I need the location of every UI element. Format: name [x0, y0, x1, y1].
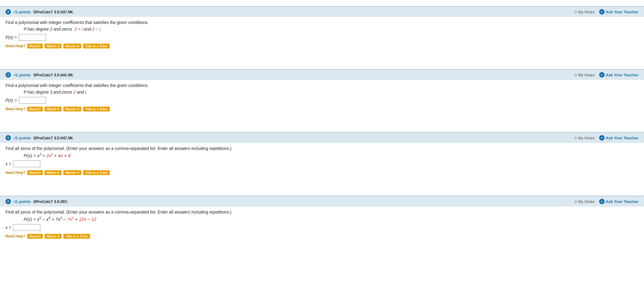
answer-row-1: P(x) =	[5, 34, 639, 41]
condition-2: P has degree 3 and zeros 2 and i.	[24, 90, 639, 95]
answer-row-4: x =	[5, 224, 639, 231]
read-it-btn-3[interactable]: Read It	[27, 170, 43, 175]
question-block-1: + -/1 points SPreCalc7 3.5.037.MI. ⊘ My …	[0, 6, 644, 54]
plus-icon-2[interactable]: +	[5, 72, 11, 78]
plus-icon-1[interactable]: +	[5, 9, 11, 15]
header-left-1: + -/1 points SPreCalc7 3.5.037.MI.	[5, 9, 74, 15]
points-text-2: -/1 points	[13, 73, 31, 77]
zero1a: 2 + i	[75, 27, 83, 32]
header-left-2: + -/1 points SPreCalc7 3.5.041.MI.	[5, 72, 74, 78]
header-right-3: ⊘ My Notes + Ask Your Teacher	[574, 135, 639, 141]
question-header-2: + -/1 points SPreCalc7 3.5.041.MI. ⊘ My …	[0, 70, 644, 80]
separator-1	[0, 54, 644, 63]
notes-icon-4: ⊘	[574, 199, 577, 204]
my-notes-label-3: My Notes	[578, 136, 595, 140]
ask-teacher-label-4: Ask Your Teacher	[606, 199, 639, 204]
need-help-label-3: Need Help?	[5, 171, 25, 175]
problem-id-2: SPreCalc7 3.5.041.MI.	[33, 73, 74, 77]
answer-label-2: P(x) =	[5, 98, 17, 103]
problem-id-1: SPreCalc7 3.5.037.MI.	[33, 10, 74, 14]
question-desc-3: Find all zeros of the polynomial. (Enter…	[5, 146, 639, 151]
need-help-row-1: Need Help? Read It Watch It Master It Ta…	[5, 44, 639, 48]
my-notes-label-4: My Notes	[578, 199, 595, 204]
question-block-3: + -/1 points SPreCalc7 3.5.047.MI. ⊘ My …	[0, 132, 644, 181]
math-display-4: P(x) = x5 − x4 + 7x3 − 7x2 + 12x − 12	[24, 216, 639, 222]
ask-icon-1: +	[599, 9, 605, 15]
math-eq-4: P(x) = x5 − x4 + 7x3 − 7x2 + 12x − 12	[24, 217, 96, 222]
ask-teacher-label-3: Ask Your Teacher	[606, 136, 639, 140]
need-help-label-4: Need Help?	[5, 234, 25, 238]
notes-icon-3: ⊘	[574, 136, 577, 140]
master-it-btn-1[interactable]: Master It	[63, 44, 81, 48]
watch-it-btn-4[interactable]: Watch It	[45, 234, 62, 239]
answer-input-2[interactable]	[19, 97, 46, 104]
math-eq-3: P(x) = x3 + 2x2 + 4x + 8	[24, 153, 71, 158]
ask-teacher-label-1: Ask Your Teacher	[606, 10, 639, 14]
problem-id-4: SPreCalc7 3.5.057.	[33, 199, 68, 204]
ask-teacher-btn-4[interactable]: + Ask Your Teacher	[599, 199, 639, 204]
watch-it-btn-1[interactable]: Watch It	[45, 44, 62, 48]
condition-1: P has degree 2 and zeros 2 + i and 2 − i…	[24, 27, 639, 32]
ask-icon-2: +	[599, 72, 605, 78]
plus-icon-4[interactable]: +	[5, 199, 11, 204]
ask-icon-3: +	[599, 135, 605, 141]
need-help-label-2: Need Help?	[5, 107, 25, 111]
master-it-btn-3[interactable]: Master It	[63, 170, 81, 175]
my-notes-btn-1[interactable]: ⊘ My Notes	[574, 10, 595, 14]
notes-icon-1: ⊘	[574, 10, 577, 14]
ask-icon-4: +	[599, 199, 605, 204]
question-block-2: + -/1 points SPreCalc7 3.5.041.MI. ⊘ My …	[0, 69, 644, 117]
talk-tutor-btn-3[interactable]: Talk to a Tutor	[83, 170, 110, 175]
master-it-btn-2[interactable]: Master It	[63, 107, 81, 111]
read-it-btn-4[interactable]: Read It	[27, 234, 43, 239]
ask-teacher-btn-1[interactable]: + Ask Your Teacher	[599, 9, 639, 15]
ask-teacher-btn-2[interactable]: + Ask Your Teacher	[599, 72, 639, 78]
answer-label-4: x =	[5, 225, 11, 230]
question-header-3: + -/1 points SPreCalc7 3.5.047.MI. ⊘ My …	[0, 133, 644, 143]
question-desc-4: Find all zeros of the polynomial. (Enter…	[5, 210, 639, 214]
my-notes-label-1: My Notes	[578, 10, 595, 14]
question-desc-1: Find a polynomial with integer coefficie…	[5, 20, 639, 25]
talk-tutor-btn-2[interactable]: Talk to a Tutor	[83, 107, 110, 111]
read-it-btn-2[interactable]: Read It	[27, 107, 43, 111]
need-help-row-4: Need Help? Read It Watch It Talk to a Tu…	[5, 234, 639, 239]
ask-teacher-label-2: Ask Your Teacher	[606, 73, 639, 77]
talk-tutor-btn-1[interactable]: Talk to a Tutor	[83, 44, 110, 48]
talk-tutor-btn-4[interactable]: Talk to a Tutor	[63, 234, 90, 239]
points-text-1: -/1 points	[13, 10, 31, 14]
question-header-1: + -/1 points SPreCalc7 3.5.037.MI. ⊘ My …	[0, 7, 644, 17]
points-text-3: -/1 points	[13, 136, 31, 140]
read-it-btn-1[interactable]: Read It	[27, 44, 43, 48]
answer-input-3[interactable]	[13, 161, 40, 167]
zero2a: 2	[73, 90, 76, 95]
header-right-4: ⊘ My Notes + Ask Your Teacher	[574, 199, 639, 204]
header-left-3: + -/1 points SPreCalc7 3.5.047.MI.	[5, 135, 74, 141]
answer-row-3: x =	[5, 161, 639, 167]
answer-input-1[interactable]	[19, 34, 46, 41]
answer-label-3: x =	[5, 161, 11, 166]
my-notes-btn-4[interactable]: ⊘ My Notes	[574, 199, 595, 204]
answer-row-2: P(x) =	[5, 97, 639, 104]
header-right-2: ⊘ My Notes + Ask Your Teacher	[574, 72, 639, 78]
question-block-4: + -/1 points SPreCalc7 3.5.057. ⊘ My Not…	[0, 196, 644, 244]
my-notes-btn-3[interactable]: ⊘ My Notes	[574, 136, 595, 140]
question-header-4: + -/1 points SPreCalc7 3.5.057. ⊘ My Not…	[0, 196, 644, 207]
problem-id-3: SPreCalc7 3.5.047.MI.	[33, 136, 74, 140]
plus-icon-3[interactable]: +	[5, 135, 11, 141]
need-help-row-3: Need Help? Read It Watch It Master It Ta…	[5, 170, 639, 175]
notes-icon-2: ⊘	[574, 73, 577, 77]
zero1b: 2 − i	[92, 27, 100, 32]
ask-teacher-btn-3[interactable]: + Ask Your Teacher	[599, 135, 639, 141]
answer-label-1: P(x) =	[5, 35, 17, 40]
need-help-label-1: Need Help?	[5, 44, 25, 48]
watch-it-btn-2[interactable]: Watch It	[45, 107, 62, 111]
watch-it-btn-3[interactable]: Watch It	[45, 170, 62, 175]
question-desc-2: Find a polynomial with integer coefficie…	[5, 83, 639, 88]
header-right-1: ⊘ My Notes + Ask Your Teacher	[574, 9, 639, 15]
answer-input-4[interactable]	[13, 224, 40, 231]
math-display-3: P(x) = x3 + 2x2 + 4x + 8	[24, 153, 639, 158]
my-notes-btn-2[interactable]: ⊘ My Notes	[574, 73, 595, 77]
separator-2	[0, 117, 644, 126]
points-text-4: -/1 points	[13, 199, 31, 204]
my-notes-label-2: My Notes	[578, 73, 595, 77]
